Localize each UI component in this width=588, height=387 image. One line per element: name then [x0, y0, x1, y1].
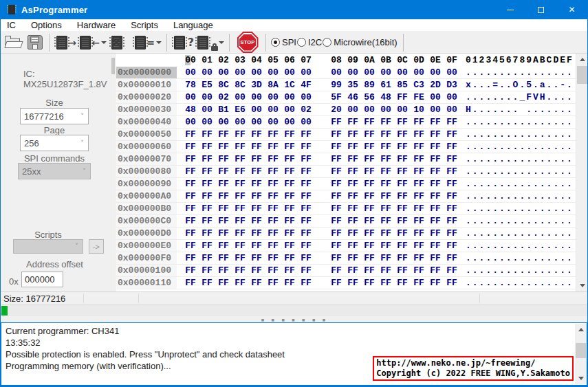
hex-byte-cell[interactable]: 00 [232, 92, 248, 102]
hex-byte-cell[interactable]: 2D [427, 80, 444, 90]
hex-byte-cell[interactable]: FF [411, 228, 427, 239]
hex-byte-cell[interactable]: FF [232, 265, 248, 276]
hex-byte-cell[interactable]: FF [345, 228, 361, 239]
hex-byte-cell[interactable]: FF [215, 166, 232, 177]
hex-byte-cell[interactable]: FF [411, 265, 427, 276]
hex-byte-cell[interactable]: FF [427, 265, 444, 276]
hex-byte-cell[interactable]: 3D [248, 80, 265, 90]
hex-byte-cell[interactable]: FF [444, 216, 460, 226]
hex-row[interactable]: 0x000000F0FFFFFFFFFFFFFFFFFFFFFFFFFFFFFF… [116, 252, 576, 265]
hex-byte-cell[interactable]: FF [345, 216, 361, 226]
hex-byte-cell[interactable]: FF [248, 154, 265, 164]
hex-row[interactable]: 0x00000060FFFFFFFFFFFFFFFFFFFFFFFFFFFFFF… [116, 141, 576, 153]
hex-byte-cell[interactable]: FF [328, 228, 345, 239]
hex-byte-cell[interactable]: 00 [281, 104, 298, 115]
hex-byte-cell[interactable]: FF [182, 129, 199, 140]
hex-byte-cell[interactable]: FF [265, 265, 281, 276]
hex-byte-cell[interactable]: FF [199, 216, 215, 226]
hex-byte-cell[interactable]: FF [265, 179, 281, 189]
hex-byte-cell[interactable]: 00 [281, 67, 298, 78]
hex-byte-cell[interactable]: FF [394, 154, 411, 164]
hex-row[interactable]: 0x000000400000000000000000FFFFFFFFFFFFFF… [116, 116, 576, 129]
hex-byte-cell[interactable]: FF [199, 228, 215, 239]
hex-byte-cell[interactable]: FF [232, 241, 248, 251]
hex-byte-cell[interactable]: FF [281, 228, 298, 239]
hex-byte-cell[interactable]: FF [378, 228, 394, 239]
hex-byte-cell[interactable]: 00 [215, 67, 232, 78]
close-button[interactable]: ✕ [556, 0, 587, 19]
open-file-button[interactable] [3, 33, 25, 52]
hex-byte-cell[interactable]: FF [411, 216, 427, 226]
hex-row[interactable]: 0x00000070FFFFFFFFFFFFFFFFFFFFFFFFFFFFFF… [116, 153, 576, 166]
hex-byte-cell[interactable]: 00 [361, 67, 378, 78]
hex-byte-cell[interactable]: FF [444, 228, 460, 239]
hex-row[interactable]: 0x000000D0FFFFFFFFFFFFFFFFFFFFFFFFFFFFFF… [116, 228, 576, 240]
hex-byte-cell[interactable]: FF [328, 253, 345, 263]
scripts-combobox[interactable]: ˅ [13, 239, 83, 254]
hex-byte-cell[interactable]: FF [232, 253, 248, 263]
hex-byte-cell[interactable]: FF [361, 228, 378, 239]
detect-chip-button[interactable]: ? [171, 33, 194, 52]
hex-byte-cell[interactable]: FF [281, 191, 298, 201]
hex-byte-cell[interactable]: 46 [345, 92, 361, 102]
hex-byte-cell[interactable]: FF [378, 191, 394, 201]
hex-byte-cell[interactable]: 00 [394, 104, 411, 115]
hex-byte-cell[interactable]: B1 [215, 104, 232, 115]
hex-byte-cell[interactable]: FF [215, 142, 232, 152]
hex-byte-cell[interactable]: FF [345, 265, 361, 276]
hex-byte-cell[interactable]: FF [232, 216, 248, 226]
hex-byte-cell[interactable]: FF [248, 129, 265, 140]
hex-byte-cell[interactable]: 00 [427, 92, 444, 102]
hex-byte-cell[interactable]: 00 [444, 67, 460, 78]
hex-byte-cell[interactable]: FF [328, 241, 345, 251]
hex-byte-cell[interactable]: 10 [411, 104, 427, 115]
hex-byte-cell[interactable]: FF [328, 265, 345, 276]
hex-byte-cell[interactable]: FF [394, 179, 411, 189]
hex-byte-cell[interactable]: FF [199, 265, 215, 276]
hex-row[interactable]: 0x00000000000000000000000000000000000000… [116, 67, 576, 79]
hex-byte-cell[interactable]: FF [182, 253, 199, 263]
hex-byte-cell[interactable]: FF [345, 278, 361, 288]
hex-byte-cell[interactable]: 00 [298, 117, 314, 127]
hex-byte-cell[interactable]: FF [444, 278, 460, 288]
hex-byte-cell[interactable]: FF [265, 166, 281, 177]
hex-byte-cell[interactable]: FF [281, 265, 298, 276]
size-combobox[interactable]: 16777216˅ [20, 108, 89, 124]
hex-byte-cell[interactable]: FF [182, 203, 199, 214]
hex-byte-cell[interactable]: FF [427, 191, 444, 201]
hex-byte-cell[interactable]: FF [232, 191, 248, 201]
unprotect-dropdown-button[interactable] [217, 33, 226, 52]
hex-byte-cell[interactable]: FF [328, 142, 345, 152]
hex-byte-cell[interactable]: 00 [182, 117, 199, 127]
hex-byte-cell[interactable]: FF [345, 241, 361, 251]
hex-byte-cell[interactable]: FF [182, 179, 199, 189]
hex-byte-cell[interactable]: FF [378, 241, 394, 251]
radio-spi[interactable]: SPI [271, 37, 296, 47]
hex-row[interactable]: 0x00000100FFFFFFFFFFFFFFFFFFFFFFFFFFFFFF… [116, 265, 576, 277]
hex-row[interactable]: 0x000000C0FFFFFFFFFFFFFFFFFFFFFFFFFFFFFF… [116, 215, 576, 228]
hex-byte-cell[interactable]: FF [345, 129, 361, 140]
hex-byte-cell[interactable]: FF [411, 117, 427, 127]
hex-vertical-scrollbar[interactable] [576, 54, 587, 291]
hex-byte-cell[interactable]: FF [182, 142, 199, 152]
hex-byte-cell[interactable]: FF [328, 154, 345, 164]
hex-byte-cell[interactable]: FF [361, 166, 378, 177]
hex-byte-cell[interactable]: FF [199, 241, 215, 251]
hex-byte-cell[interactable]: FF [298, 228, 314, 239]
hex-byte-cell[interactable]: FF [361, 191, 378, 201]
hex-byte-cell[interactable]: FF [298, 179, 314, 189]
hex-byte-cell[interactable]: FF [232, 278, 248, 288]
hex-byte-cell[interactable]: 00 [248, 104, 265, 115]
hex-byte-cell[interactable]: FF [232, 179, 248, 189]
hex-byte-cell[interactable]: FF [298, 216, 314, 226]
hex-byte-cell[interactable]: FF [361, 278, 378, 288]
hex-byte-cell[interactable]: FF [215, 216, 232, 226]
hex-byte-cell[interactable]: FF [345, 191, 361, 201]
hex-byte-cell[interactable]: FF [265, 278, 281, 288]
hex-byte-cell[interactable]: FF [298, 191, 314, 201]
hex-byte-cell[interactable]: 1C [281, 80, 298, 90]
hex-byte-cell[interactable]: FF [215, 265, 232, 276]
hex-byte-cell[interactable]: FF [345, 142, 361, 152]
hex-byte-cell[interactable]: FF [232, 166, 248, 177]
menu-item-hardware[interactable]: Hardware [69, 19, 123, 31]
